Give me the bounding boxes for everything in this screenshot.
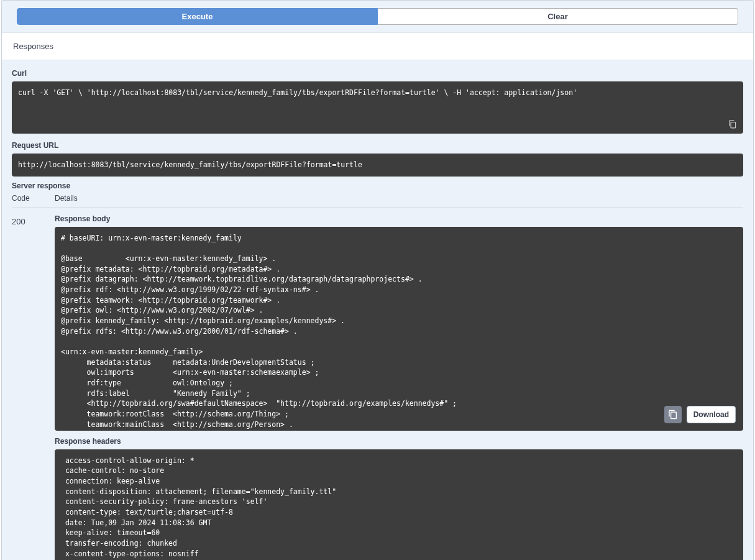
request-url-label: Request URL xyxy=(12,141,743,150)
response-body-label: Response body xyxy=(55,214,743,223)
clear-button[interactable]: Clear xyxy=(378,8,738,25)
responses-section-header: Responses xyxy=(2,32,753,60)
copy-response-icon[interactable] xyxy=(664,406,682,423)
server-response-label: Server response xyxy=(12,181,743,190)
action-button-group: Execute Clear xyxy=(2,1,753,32)
execute-button[interactable]: Execute xyxy=(17,8,378,25)
curl-label: Curl xyxy=(12,69,743,78)
response-table: Code Details 200 Response body # baseURI… xyxy=(12,194,743,560)
response-table-head: Code Details xyxy=(12,194,743,208)
curl-command-box[interactable]: curl -X 'GET' \ 'http://localhost:8083/t… xyxy=(12,81,743,134)
response-headers-box[interactable]: access-control-allow-origin: * cache-con… xyxy=(55,449,743,560)
column-details-header: Details xyxy=(55,194,78,203)
operation-panel: Execute Clear Responses Curl curl -X 'GE… xyxy=(1,0,754,560)
copy-curl-icon[interactable] xyxy=(727,119,738,130)
request-url-box[interactable]: http://localhost:8083/tbl/service/kenned… xyxy=(12,154,743,177)
response-body-box[interactable]: # baseURI: urn:x-evn-master:kennedy_fami… xyxy=(55,227,743,431)
response-headers-label: Response headers xyxy=(55,437,743,446)
responses-section-body: Curl curl -X 'GET' \ 'http://localhost:8… xyxy=(2,60,753,560)
column-code-header: Code xyxy=(12,194,55,203)
response-body-actions: Download xyxy=(664,406,736,423)
table-row: 200 Response body # baseURI: urn:x-evn-m… xyxy=(12,214,743,560)
curl-command-text: curl -X 'GET' \ 'http://localhost:8083/t… xyxy=(18,88,577,97)
download-button[interactable]: Download xyxy=(687,406,736,423)
status-code: 200 xyxy=(12,214,55,560)
